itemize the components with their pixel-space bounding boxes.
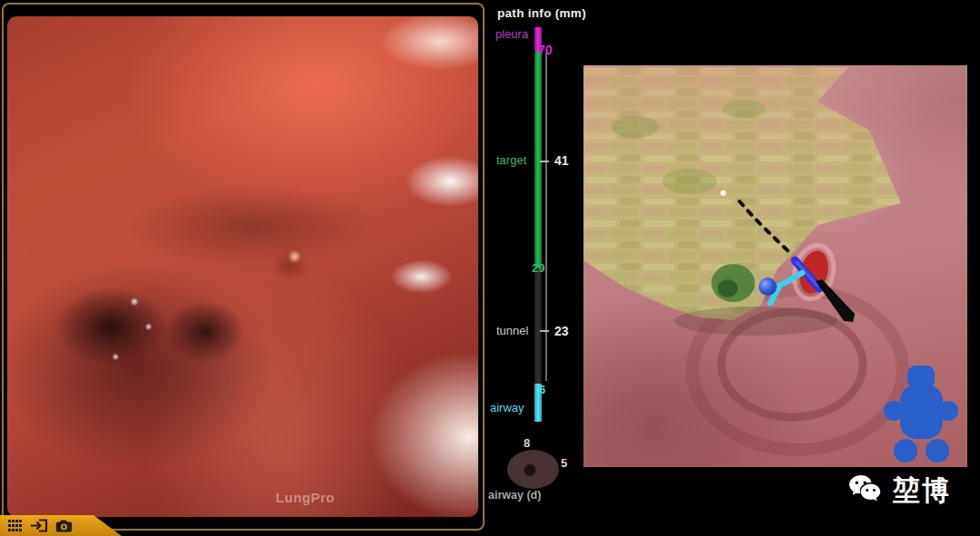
target-lesion-blob (711, 264, 755, 302)
waypoint-dot (720, 190, 726, 196)
airway-distance-value: 6 (539, 383, 545, 396)
endoscope-video: LungPro (7, 16, 478, 517)
path-bar-tunnel-segment (534, 268, 542, 384)
video-watermark: LungPro (276, 490, 335, 505)
brand-name: 堃博 (893, 473, 951, 510)
path-bar-target-segment (534, 52, 542, 268)
airway-diameter-label: airway (d) (488, 489, 541, 502)
airway-inner-diameter: 5 (561, 456, 567, 470)
target-end-value: 29 (532, 261, 544, 275)
airway-label: airway (490, 401, 524, 414)
brand-watermark: 堃博 (848, 473, 951, 510)
ruler-tick-41 (540, 161, 549, 162)
target-label: target (496, 153, 526, 167)
body-orientation-icon (884, 365, 958, 463)
snapshot-import-icon[interactable] (30, 519, 48, 533)
camera-icon[interactable] (54, 519, 73, 533)
airway-diameter-indicator (507, 450, 559, 489)
path-info-title: path info (mm) (497, 6, 586, 20)
airway-outer-diameter: 8 (524, 436, 530, 450)
grid-icon[interactable] (5, 519, 24, 533)
pleura-distance-value: 70 (538, 43, 553, 57)
pleura-label: pleura (495, 27, 528, 41)
endoscope-panel: LungPro (0, 0, 487, 536)
tunnel-label: tunnel (496, 324, 528, 337)
ruler-tick-23 (540, 330, 549, 332)
navigation-panel: path info (mm) pleura 70 target 41 29 tu… (487, 0, 980, 536)
target-distance-value: 41 (554, 153, 569, 168)
probe-tip-sphere (759, 278, 777, 296)
3d-navigation-viewport[interactable] (583, 65, 967, 467)
tunnel-distance-value: 23 (554, 324, 569, 338)
wechat-icon (848, 474, 885, 509)
